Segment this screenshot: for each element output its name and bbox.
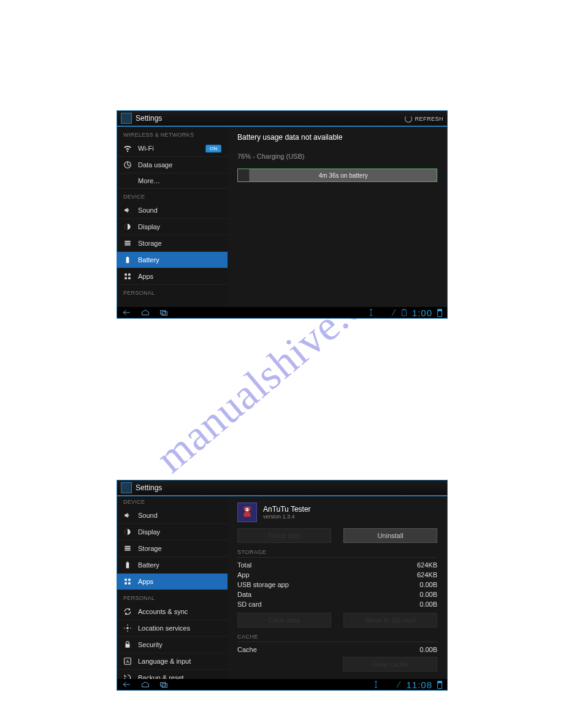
clear-cache-button[interactable]: Clear cache (343, 657, 437, 672)
screenshot-app-info: Settings DEVICE Sound Display (117, 480, 448, 691)
force-stop-button[interactable]: Force stop (237, 528, 331, 543)
apps-icon (123, 577, 132, 586)
battery-bar-label: 4m 36s on battery (250, 169, 437, 181)
sidebar-item-label: Display (138, 223, 160, 230)
data-usage-icon (123, 161, 132, 169)
battery-content: Battery usage data not available 76% - C… (228, 127, 447, 307)
section-personal: PERSONAL (117, 590, 228, 604)
app-icon (237, 502, 257, 522)
location-icon (123, 624, 132, 632)
svg-rect-33 (162, 684, 167, 688)
sidebar-item-label: Battery (138, 561, 159, 569)
back-icon[interactable] (122, 681, 132, 688)
storage-icon (123, 239, 132, 248)
screen-title: Settings (136, 114, 162, 123)
charge-status: 76% - Charging (USB) (237, 153, 437, 160)
sidebar-item-security[interactable]: Security (117, 637, 228, 653)
svg-rect-21 (124, 578, 127, 581)
sidebar-item-backup[interactable]: Backup & reset (117, 670, 228, 679)
refresh-button[interactable]: REFRESH (405, 111, 443, 127)
wifi-icon (123, 144, 132, 153)
svg-rect-12 (162, 312, 167, 316)
sidebar-item-more[interactable]: More… (117, 173, 228, 189)
svg-rect-20 (127, 562, 128, 563)
action-bar: Settings (117, 480, 447, 496)
home-icon[interactable] (140, 309, 150, 316)
row-cache: Cache0.00B (237, 645, 437, 654)
sidebar-item-storage[interactable]: Storage (117, 540, 228, 557)
app-info-content: AnTuTu Tester version 1.3.4 Force stop U… (228, 496, 447, 679)
sidebar-item-label: Backup & reset (138, 674, 184, 679)
battery-status-icon (437, 681, 442, 689)
sidebar-item-apps[interactable]: Apps (117, 268, 228, 285)
sidebar-item-display[interactable]: Display (117, 524, 228, 540)
sidebar-item-battery[interactable]: Battery (117, 557, 228, 574)
sidebar-item-wifi[interactable]: Wi-Fi ON (117, 140, 228, 157)
sound-icon (123, 206, 132, 214)
svg-rect-26 (126, 644, 130, 648)
uninstall-button[interactable]: Uninstall (343, 528, 437, 543)
wifi-toggle[interactable]: ON (205, 145, 221, 153)
svg-rect-6 (127, 257, 128, 257)
svg-rect-19 (126, 563, 129, 568)
svg-rect-2 (124, 241, 130, 242)
svg-rect-5 (126, 257, 129, 263)
backup-icon (123, 673, 132, 679)
section-device: DEVICE (117, 189, 228, 202)
status-bar[interactable]: 11:08 (373, 680, 442, 690)
battery-heading: Battery usage data not available (237, 133, 437, 142)
cache-section-title: CACHE (237, 634, 437, 642)
sidebar-item-location[interactable]: Location services (117, 620, 228, 637)
sidebar-item-sound[interactable]: Sound (117, 507, 228, 524)
sidebar-item-battery[interactable]: Battery (117, 252, 228, 268)
settings-app-icon (121, 113, 132, 124)
battery-icon (123, 561, 132, 569)
sidebar-item-label: Data usage (138, 161, 172, 169)
battery-usage-bar[interactable]: 4m 36s on battery (237, 169, 437, 182)
refresh-icon (405, 115, 412, 123)
svg-rect-18 (124, 550, 130, 551)
row-app: App624KB (237, 570, 437, 580)
svg-rect-23 (124, 582, 127, 585)
row-sd: SD card0.00B (237, 599, 437, 609)
svg-rect-24 (128, 582, 131, 585)
move-to-sd-button[interactable]: Move to SD card (343, 613, 437, 628)
clock: 1:00 (412, 308, 432, 318)
sidebar-item-label: Storage (138, 545, 162, 552)
sidebar-item-storage[interactable]: Storage (117, 235, 228, 252)
sidebar-item-language[interactable]: A Language & input (117, 653, 228, 670)
action-bar: Settings REFRESH (117, 111, 447, 127)
home-icon[interactable] (140, 681, 150, 688)
sidebar-item-label: Sound (138, 512, 158, 519)
svg-rect-9 (124, 277, 127, 279)
sidebar-item-display[interactable]: Display (117, 219, 228, 235)
clear-data-button[interactable]: Clear data (237, 613, 331, 628)
section-device: DEVICE (117, 496, 228, 507)
sidebar-item-label: Security (138, 641, 163, 648)
status-bar[interactable]: 1:00 (368, 308, 442, 318)
sidebar-item-sound[interactable]: Sound (117, 202, 228, 219)
sidebar-item-label: More… (138, 177, 160, 184)
svg-rect-10 (128, 277, 131, 279)
section-personal: PERSONAL (117, 285, 228, 298)
recents-icon[interactable] (159, 309, 169, 316)
sidebar-item-accounts[interactable]: Accounts & sync (117, 604, 228, 620)
sound-icon (123, 511, 132, 520)
settings-sidebar: WIRELESS & NETWORKS Wi-Fi ON Data usage (117, 127, 228, 307)
sidebar-item-data-usage[interactable]: Data usage (117, 157, 228, 173)
row-data: Data0.00B (237, 590, 437, 599)
clock: 11:08 (406, 680, 432, 690)
sidebar-item-label: Wi-Fi (138, 145, 154, 152)
section-wireless: WIRELESS & NETWORKS (117, 127, 228, 140)
recents-icon[interactable] (159, 681, 169, 688)
app-version: version 1.3.4 (263, 514, 311, 520)
sidebar-item-apps[interactable]: Apps (117, 574, 228, 590)
svg-rect-11 (161, 311, 166, 314)
storage-icon (123, 544, 132, 553)
sidebar-item-label: Sound (138, 207, 158, 214)
svg-rect-4 (124, 245, 130, 246)
sync-icon (123, 607, 132, 616)
storage-section-title: STORAGE (237, 549, 437, 558)
back-icon[interactable] (122, 309, 132, 316)
app-name: AnTuTu Tester (263, 505, 311, 514)
